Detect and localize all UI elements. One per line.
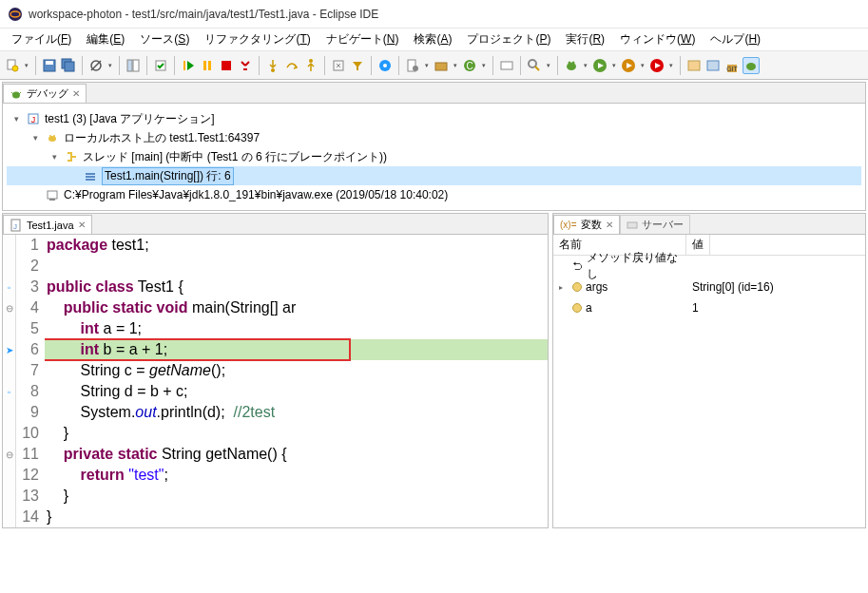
svg-point-17 <box>271 68 275 72</box>
stack-frame-icon <box>83 168 98 183</box>
var-row[interactable]: ▸args String[0] (id=16) <box>553 277 865 297</box>
code-editor[interactable]: ◦ ⊖ ➤ ◦ ⊖ 1234567891011121314 package te… <box>3 235 548 527</box>
svg-rect-13 <box>183 61 185 70</box>
drop-to-frame-button[interactable] <box>330 57 347 74</box>
servers-tab-label: サーバー <box>642 218 684 232</box>
menu-edit[interactable]: 編集(E) <box>79 29 132 49</box>
close-icon[interactable]: ✕ <box>78 220 86 230</box>
tree-row-launch[interactable]: ▾ J test1 (3) [Java アプリケーション] <box>7 109 861 128</box>
terminate-button[interactable] <box>218 57 235 74</box>
menu-file[interactable]: ファイル(F) <box>4 29 79 49</box>
new-java-button[interactable] <box>404 57 421 74</box>
skip-breakpoints-button[interactable] <box>87 57 105 74</box>
close-icon[interactable]: ✕ <box>606 220 613 230</box>
new-dropdown[interactable]: ▾ <box>23 57 30 74</box>
save-button[interactable] <box>41 57 58 74</box>
marker-bar[interactable]: ◦ ⊖ ➤ ◦ ⊖ <box>3 235 16 527</box>
coverage-button[interactable] <box>620 57 637 74</box>
variables-tab[interactable]: (x)= 変数 ✕ <box>553 215 620 234</box>
disconnect-button[interactable] <box>237 57 254 74</box>
step-return-button[interactable] <box>302 57 319 74</box>
task-button[interactable] <box>704 57 722 74</box>
resume-button[interactable] <box>180 57 197 74</box>
titlebar: workspace-photon - test1/src/main/java/t… <box>0 0 868 29</box>
window-title: workspace-photon - test1/src/main/java/t… <box>29 8 378 21</box>
git-button[interactable]: GIT <box>723 57 741 74</box>
col-value[interactable]: 値 <box>686 235 710 255</box>
svg-rect-11 <box>133 60 139 71</box>
debug-tab[interactable]: デバッグ ✕ <box>3 84 87 103</box>
svg-rect-51 <box>86 179 95 181</box>
menu-help[interactable]: ヘルプ(H) <box>703 29 768 49</box>
menu-navigate[interactable]: ナビゲート(N) <box>318 29 407 49</box>
pin-button[interactable] <box>376 57 394 74</box>
suspend-button[interactable] <box>199 57 216 74</box>
svg-rect-16 <box>222 61 231 70</box>
perspective-button[interactable] <box>125 57 142 74</box>
search-button[interactable] <box>526 57 543 74</box>
svg-point-41 <box>12 91 20 98</box>
save-all-button[interactable] <box>60 57 77 74</box>
local-var-icon <box>572 303 582 313</box>
variables-body[interactable]: ⮌メソッド戻り値なし ▸args String[0] (id=16) a 1 <box>553 256 865 527</box>
menu-search[interactable]: 検索(A) <box>406 29 459 49</box>
collapse-icon[interactable]: ▾ <box>48 152 60 162</box>
debug-tree: ▾ J test1 (3) [Java アプリケーション] ▾ ローカルホスト上… <box>3 104 865 210</box>
code-area[interactable]: package test1; public class Test1 { publ… <box>45 235 548 527</box>
svg-line-42 <box>11 92 13 94</box>
return-icon: ⮌ <box>572 260 583 272</box>
svg-rect-52 <box>48 191 57 199</box>
svg-point-46 <box>48 136 56 142</box>
svg-text:J: J <box>31 115 36 124</box>
menu-project[interactable]: プロジェクト(P) <box>459 29 558 49</box>
java-app-icon: J <box>26 111 41 126</box>
var-row[interactable]: ⮌メソッド戻り値なし <box>553 256 865 277</box>
expand-icon[interactable]: ▸ <box>559 283 569 292</box>
build-button[interactable] <box>152 57 169 74</box>
run-button[interactable] <box>591 57 608 74</box>
menu-refactor[interactable]: リファクタリング(T) <box>197 29 318 49</box>
step-over-button[interactable] <box>283 57 300 74</box>
new-button[interactable] <box>4 57 21 74</box>
svg-text:J: J <box>13 222 17 231</box>
server-icon <box>627 220 638 231</box>
variables-icon: (x)= <box>560 220 577 230</box>
menu-run[interactable]: 実行(R) <box>558 29 612 49</box>
external-tools-button[interactable] <box>648 57 665 74</box>
open-type-button[interactable] <box>498 57 515 74</box>
tree-row-stackframe[interactable]: Test1.main(String[]) 行: 6 <box>7 166 861 185</box>
var-row[interactable]: a 1 <box>553 297 865 318</box>
svg-rect-49 <box>86 173 95 175</box>
new-class-button[interactable]: C <box>461 57 478 74</box>
svg-point-40 <box>746 63 756 70</box>
close-icon[interactable]: ✕ <box>72 88 80 99</box>
java-file-icon: J <box>10 219 23 232</box>
debug-button[interactable] <box>563 57 580 74</box>
servers-tab[interactable]: サーバー <box>620 215 690 234</box>
svg-rect-56 <box>627 222 637 228</box>
collapse-icon[interactable]: ▾ <box>10 114 22 124</box>
svg-point-31 <box>569 61 571 64</box>
tree-row-process[interactable]: C:¥Program Files¥Java¥jdk1.8.0_191¥bin¥j… <box>7 185 861 204</box>
new-package-button[interactable] <box>433 57 450 74</box>
menubar: ファイル(F) 編集(E) ソース(S) リファクタリング(T) ナビゲート(N… <box>0 29 868 51</box>
step-into-button[interactable] <box>264 57 281 74</box>
tree-row-target[interactable]: ▾ ローカルホスト上の test1.Test1:64397 <box>7 128 861 147</box>
step-filters-button[interactable] <box>349 57 366 74</box>
svg-rect-37 <box>707 61 719 70</box>
skip-dropdown[interactable]: ▾ <box>106 57 114 74</box>
tree-row-thread[interactable]: ▾ スレッド [main] (中断中 (Test1 の 6 行にブレークポイント… <box>7 147 861 166</box>
menu-window[interactable]: ウィンドウ(W) <box>612 29 703 49</box>
collapse-icon[interactable]: ▾ <box>29 133 41 143</box>
editor-tab[interactable]: J Test1.java ✕ <box>3 215 92 234</box>
open-task-button[interactable] <box>685 57 703 74</box>
line-numbers[interactable]: 1234567891011121314 <box>16 235 45 527</box>
svg-point-32 <box>572 61 575 64</box>
menu-source[interactable]: ソース(S) <box>132 29 197 49</box>
svg-point-21 <box>383 64 387 67</box>
bug-perspective-button[interactable] <box>743 57 760 74</box>
editor-pane: J Test1.java ✕ ◦ ⊖ ➤ ◦ ⊖ 123456789101112… <box>2 213 549 528</box>
debug-view: デバッグ ✕ ▾ J test1 (3) [Java アプリケーション] ▾ ロ… <box>2 82 866 211</box>
debug-tab-label: デバッグ <box>27 86 68 101</box>
svg-rect-24 <box>435 63 447 70</box>
